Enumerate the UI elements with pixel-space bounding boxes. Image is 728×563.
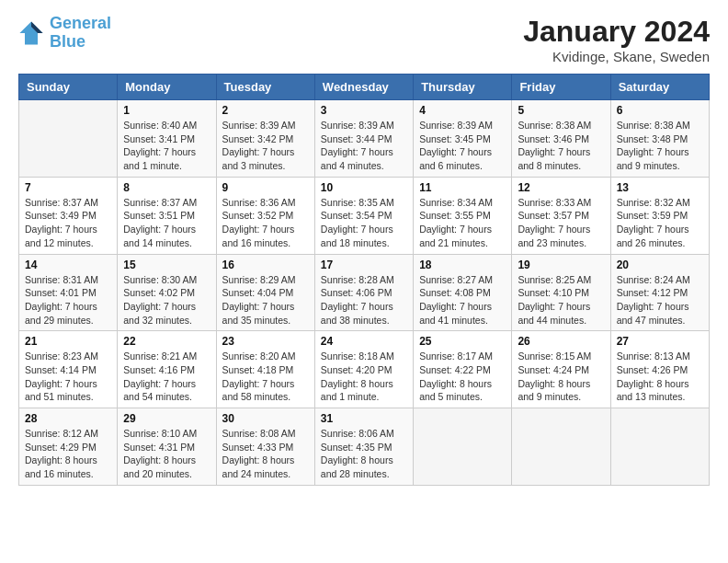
calendar-cell: 11Sunrise: 8:34 AMSunset: 3:55 PMDayligh… xyxy=(414,177,512,254)
calendar-cell: 9Sunrise: 8:36 AMSunset: 3:52 PMDaylight… xyxy=(216,177,314,254)
day-info: Sunrise: 8:35 AMSunset: 3:54 PMDaylight:… xyxy=(321,196,407,250)
calendar-cell xyxy=(512,408,610,486)
day-number: 13 xyxy=(617,181,703,194)
day-info: Sunrise: 8:13 AMSunset: 4:26 PMDaylight:… xyxy=(617,350,703,404)
location: Kvidinge, Skane, Sweden xyxy=(523,49,710,64)
day-of-week-header: Saturday xyxy=(610,75,709,100)
day-info: Sunrise: 8:27 AMSunset: 4:08 PMDaylight:… xyxy=(419,273,506,327)
day-info: Sunrise: 8:38 AMSunset: 3:48 PMDaylight:… xyxy=(617,119,703,173)
day-info: Sunrise: 8:31 AMSunset: 4:01 PMDaylight:… xyxy=(25,273,111,327)
calendar-cell: 5Sunrise: 8:38 AMSunset: 3:46 PMDaylight… xyxy=(512,100,610,178)
day-number: 8 xyxy=(123,181,210,194)
day-number: 24 xyxy=(321,335,407,348)
day-number: 27 xyxy=(617,335,703,348)
day-number: 31 xyxy=(321,412,407,425)
calendar-cell: 1Sunrise: 8:40 AMSunset: 3:41 PMDaylight… xyxy=(118,100,216,178)
day-info: Sunrise: 8:39 AMSunset: 3:42 PMDaylight:… xyxy=(222,119,309,173)
day-info: Sunrise: 8:18 AMSunset: 4:20 PMDaylight:… xyxy=(321,350,407,404)
day-number: 9 xyxy=(222,181,309,194)
day-of-week-header: Tuesday xyxy=(216,75,314,100)
day-info: Sunrise: 8:37 AMSunset: 3:51 PMDaylight:… xyxy=(123,196,210,250)
day-number: 4 xyxy=(419,104,506,117)
calendar-week-row: 28Sunrise: 8:12 AMSunset: 4:29 PMDayligh… xyxy=(19,408,710,486)
day-number: 23 xyxy=(222,335,309,348)
day-info: Sunrise: 8:39 AMSunset: 3:44 PMDaylight:… xyxy=(321,119,407,173)
day-of-week-header: Wednesday xyxy=(314,75,413,100)
calendar-cell: 4Sunrise: 8:39 AMSunset: 3:45 PMDaylight… xyxy=(414,100,512,178)
day-info: Sunrise: 8:30 AMSunset: 4:02 PMDaylight:… xyxy=(123,273,210,327)
calendar-cell: 15Sunrise: 8:30 AMSunset: 4:02 PMDayligh… xyxy=(118,254,216,331)
day-info: Sunrise: 8:12 AMSunset: 4:29 PMDaylight:… xyxy=(25,427,111,481)
day-info: Sunrise: 8:20 AMSunset: 4:18 PMDaylight:… xyxy=(222,350,309,404)
day-number: 20 xyxy=(617,259,703,271)
day-info: Sunrise: 8:38 AMSunset: 3:46 PMDaylight:… xyxy=(518,119,604,173)
day-info: Sunrise: 8:08 AMSunset: 4:33 PMDaylight:… xyxy=(222,427,309,481)
day-number: 29 xyxy=(123,412,210,425)
calendar-week-row: 7Sunrise: 8:37 AMSunset: 3:49 PMDaylight… xyxy=(19,177,710,254)
day-number: 21 xyxy=(25,335,111,348)
day-of-week-header: Sunday xyxy=(19,75,118,100)
day-number: 11 xyxy=(419,181,506,194)
day-number: 1 xyxy=(123,104,210,117)
calendar-cell xyxy=(610,408,709,486)
day-info: Sunrise: 8:10 AMSunset: 4:31 PMDaylight:… xyxy=(123,427,210,481)
day-number: 26 xyxy=(518,335,604,348)
day-info: Sunrise: 8:33 AMSunset: 3:57 PMDaylight:… xyxy=(518,196,604,250)
day-number: 16 xyxy=(222,259,309,271)
calendar-cell: 8Sunrise: 8:37 AMSunset: 3:51 PMDaylight… xyxy=(118,177,216,254)
calendar-cell: 7Sunrise: 8:37 AMSunset: 3:49 PMDaylight… xyxy=(19,177,118,254)
calendar-cell: 17Sunrise: 8:28 AMSunset: 4:06 PMDayligh… xyxy=(314,254,413,331)
day-of-week-header: Friday xyxy=(512,75,610,100)
day-info: Sunrise: 8:23 AMSunset: 4:14 PMDaylight:… xyxy=(25,350,111,404)
calendar-week-row: 1Sunrise: 8:40 AMSunset: 3:41 PMDaylight… xyxy=(19,100,710,178)
day-info: Sunrise: 8:40 AMSunset: 3:41 PMDaylight:… xyxy=(123,119,210,173)
day-info: Sunrise: 8:29 AMSunset: 4:04 PMDaylight:… xyxy=(222,273,309,327)
day-number: 7 xyxy=(25,181,111,194)
calendar-table: SundayMondayTuesdayWednesdayThursdayFrid… xyxy=(18,74,710,486)
day-number: 30 xyxy=(222,412,309,425)
calendar-cell: 31Sunrise: 8:06 AMSunset: 4:35 PMDayligh… xyxy=(314,408,413,486)
day-number: 19 xyxy=(518,259,604,271)
day-number: 6 xyxy=(617,104,703,117)
calendar-cell: 26Sunrise: 8:15 AMSunset: 4:24 PMDayligh… xyxy=(512,331,610,408)
day-info: Sunrise: 8:32 AMSunset: 3:59 PMDaylight:… xyxy=(617,196,703,250)
calendar-cell: 30Sunrise: 8:08 AMSunset: 4:33 PMDayligh… xyxy=(216,408,314,486)
calendar-week-row: 21Sunrise: 8:23 AMSunset: 4:14 PMDayligh… xyxy=(19,331,710,408)
day-number: 10 xyxy=(321,181,407,194)
day-number: 22 xyxy=(123,335,210,348)
day-of-week-header: Thursday xyxy=(414,75,512,100)
calendar-cell: 21Sunrise: 8:23 AMSunset: 4:14 PMDayligh… xyxy=(19,331,118,408)
day-info: Sunrise: 8:37 AMSunset: 3:49 PMDaylight:… xyxy=(25,196,111,250)
calendar-cell: 13Sunrise: 8:32 AMSunset: 3:59 PMDayligh… xyxy=(610,177,709,254)
day-number: 2 xyxy=(222,104,309,117)
day-number: 15 xyxy=(123,259,210,271)
calendar-cell: 14Sunrise: 8:31 AMSunset: 4:01 PMDayligh… xyxy=(19,254,118,331)
calendar-cell: 29Sunrise: 8:10 AMSunset: 4:31 PMDayligh… xyxy=(118,408,216,486)
calendar-week-row: 14Sunrise: 8:31 AMSunset: 4:01 PMDayligh… xyxy=(19,254,710,331)
logo-icon xyxy=(18,20,44,46)
calendar-cell: 28Sunrise: 8:12 AMSunset: 4:29 PMDayligh… xyxy=(19,408,118,486)
logo-text: General Blue xyxy=(50,15,111,52)
calendar-cell: 27Sunrise: 8:13 AMSunset: 4:26 PMDayligh… xyxy=(610,331,709,408)
day-number: 12 xyxy=(518,181,604,194)
page-header: General Blue January 2024 Kvidinge, Skan… xyxy=(18,15,710,64)
day-info: Sunrise: 8:36 AMSunset: 3:52 PMDaylight:… xyxy=(222,196,309,250)
calendar-cell xyxy=(19,100,118,178)
calendar-cell: 19Sunrise: 8:25 AMSunset: 4:10 PMDayligh… xyxy=(512,254,610,331)
month-title: January 2024 xyxy=(523,15,710,49)
calendar-cell: 3Sunrise: 8:39 AMSunset: 3:44 PMDaylight… xyxy=(314,100,413,178)
day-info: Sunrise: 8:39 AMSunset: 3:45 PMDaylight:… xyxy=(419,119,506,173)
day-info: Sunrise: 8:21 AMSunset: 4:16 PMDaylight:… xyxy=(123,350,210,404)
calendar-cell: 24Sunrise: 8:18 AMSunset: 4:20 PMDayligh… xyxy=(314,331,413,408)
day-number: 17 xyxy=(321,259,407,271)
calendar-cell: 18Sunrise: 8:27 AMSunset: 4:08 PMDayligh… xyxy=(414,254,512,331)
calendar-cell: 6Sunrise: 8:38 AMSunset: 3:48 PMDaylight… xyxy=(610,100,709,178)
day-info: Sunrise: 8:17 AMSunset: 4:22 PMDaylight:… xyxy=(419,350,506,404)
day-info: Sunrise: 8:34 AMSunset: 3:55 PMDaylight:… xyxy=(419,196,506,250)
logo: General Blue xyxy=(18,15,111,52)
day-of-week-header: Monday xyxy=(118,75,216,100)
calendar-header-row: SundayMondayTuesdayWednesdayThursdayFrid… xyxy=(19,75,710,100)
day-info: Sunrise: 8:24 AMSunset: 4:12 PMDaylight:… xyxy=(617,273,703,327)
day-info: Sunrise: 8:06 AMSunset: 4:35 PMDaylight:… xyxy=(321,427,407,481)
day-info: Sunrise: 8:15 AMSunset: 4:24 PMDaylight:… xyxy=(518,350,604,404)
